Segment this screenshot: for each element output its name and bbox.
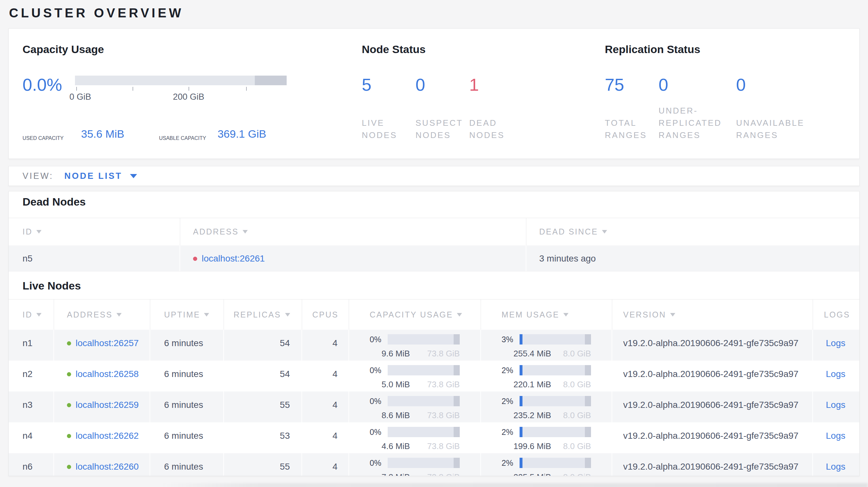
- live-nodes-table: ID ADDRESS UPTIME REPLICAS CPUS CAPACITY…: [9, 299, 859, 476]
- node-capacity-usage-cell: 0% 8.6 MiB73.8 GiB: [349, 391, 481, 422]
- mem-mini-bar: [520, 334, 591, 345]
- node-id: n1: [9, 330, 54, 361]
- live-node-row: n6 localhost:26260 6 minutes 55 4 0% 7.8…: [9, 453, 859, 476]
- view-selector[interactable]: VIEW: NODE LIST: [8, 166, 860, 186]
- capacity-bar-chart: 0 GiB 200 GiB: [75, 75, 287, 102]
- logs-link[interactable]: Logs: [826, 400, 845, 410]
- mem-mini-bar: [520, 365, 591, 376]
- capacity-bar-reserved-segment: [255, 75, 287, 85]
- under-replicated-ranges-stat: 0 UNDER-REPLICATED RANGES: [658, 75, 736, 141]
- live-col-header-version[interactable]: VERSION: [612, 299, 813, 330]
- node-address-link[interactable]: localhost:26258: [75, 369, 139, 379]
- under-replicated-ranges-count: 0: [658, 75, 736, 94]
- node-capacity-usage-cell: 0% 4.6 MiB73.8 GiB: [349, 422, 481, 453]
- live-node-row: n4 localhost:26262 6 minutes 53 4 0% 4.6…: [9, 422, 859, 453]
- node-address-link[interactable]: localhost:26259: [75, 400, 139, 410]
- live-col-header-id[interactable]: ID: [9, 299, 54, 330]
- sort-caret-icon: [563, 313, 568, 317]
- live-status-dot-icon: [67, 434, 71, 438]
- unavailable-ranges-stat: 0 UNAVAILABLE RANGES: [736, 75, 845, 141]
- live-col-header-address[interactable]: ADDRESS: [54, 299, 150, 330]
- node-capacity-usage-cell: 0% 5.0 MiB73.8 GiB: [349, 361, 481, 391]
- capacity-axis-label-200: 200 GiB: [173, 92, 205, 102]
- dead-col-header-id[interactable]: ID: [9, 218, 180, 246]
- unavailable-ranges-label: UNAVAILABLE RANGES: [736, 117, 845, 141]
- usable-capacity-stat: USABLE CAPACITY 369.1 GiB: [159, 128, 266, 141]
- cluster-overview-page: CLUSTER OVERVIEW Capacity Usage 0.0%: [0, 5, 868, 487]
- node-version: v19.2.0-alpha.20190606-2491-gfe735c9a97: [612, 361, 813, 391]
- sort-caret-icon: [243, 230, 248, 233]
- usable-capacity-label: USABLE CAPACITY: [159, 135, 214, 141]
- node-cpus: 4: [302, 422, 349, 453]
- live-node-row: n3 localhost:26259 6 minutes 55 4 0% 8.6…: [9, 391, 859, 422]
- capacity-mini-bar: [388, 334, 460, 345]
- node-cpus: 4: [302, 453, 349, 476]
- sort-caret-icon: [670, 313, 675, 317]
- node-replicas: 54: [224, 361, 302, 391]
- node-mem-usage-cell: 2% 225.5 MiB8.0 GiB: [481, 453, 612, 476]
- live-nodes-section-title: Live Nodes: [9, 279, 859, 292]
- used-capacity-label: USED CAPACITY: [23, 135, 78, 141]
- live-col-header-replicas[interactable]: REPLICAS: [224, 299, 302, 330]
- capacity-percent: 0.0%: [23, 75, 61, 94]
- node-replicas: 54: [224, 330, 302, 361]
- node-cpus: 4: [302, 391, 349, 422]
- live-col-header-capacity-usage[interactable]: CAPACITY USAGE: [349, 299, 481, 330]
- node-mem-usage-cell: 3% 255.4 MiB8.0 GiB: [481, 330, 612, 361]
- capacity-usage-panel: Capacity Usage 0.0% 0 GiB: [23, 43, 362, 141]
- live-status-dot-icon: [67, 341, 71, 346]
- suspect-nodes-stat: 0 SUSPECT NODES: [416, 75, 469, 141]
- summary-card: Capacity Usage 0.0% 0 GiB: [8, 28, 860, 159]
- used-capacity-stat: USED CAPACITY 35.6 MiB: [23, 128, 124, 141]
- node-version: v19.2.0-alpha.20190606-2491-gfe735c9a97: [612, 422, 813, 453]
- node-capacity-usage-cell: 0% 9.6 MiB73.8 GiB: [349, 330, 481, 361]
- node-address-link[interactable]: localhost:26260: [75, 462, 139, 472]
- node-id: n2: [9, 361, 54, 391]
- capacity-usage-title: Capacity Usage: [23, 43, 362, 56]
- node-address-link[interactable]: localhost:26257: [75, 338, 139, 348]
- node-address-link[interactable]: localhost:26262: [75, 431, 139, 441]
- replication-status-title: Replication Status: [605, 43, 845, 56]
- dead-col-header-dead-since[interactable]: DEAD SINCE: [526, 218, 859, 246]
- sort-caret-icon: [285, 313, 290, 317]
- replication-status-panel: Replication Status 75 TOTAL RANGES 0 UND…: [605, 43, 845, 141]
- live-col-header-logs: LOGS: [813, 299, 859, 330]
- live-status-dot-icon: [67, 403, 71, 407]
- used-capacity-value: 35.6 MiB: [81, 128, 124, 140]
- mem-mini-bar: [520, 458, 591, 468]
- dead-node-id: n5: [9, 246, 180, 271]
- capacity-bar: [75, 75, 287, 85]
- dead-nodes-table: ID ADDRESS DEAD SINCE n5 localhost:26261…: [9, 218, 859, 271]
- node-version: v19.2.0-alpha.20190606-2491-gfe735c9a97: [612, 330, 813, 361]
- logs-link[interactable]: Logs: [826, 462, 845, 472]
- logs-link[interactable]: Logs: [826, 338, 845, 348]
- nodes-content-card: Dead Nodes ID ADDRESS DEAD SINCE n5 loca…: [8, 191, 860, 476]
- capacity-mini-bar: [388, 396, 460, 406]
- mem-mini-bar: [520, 427, 591, 437]
- live-col-header-mem-usage[interactable]: MEM USAGE: [481, 299, 612, 330]
- view-selected-option[interactable]: NODE LIST: [64, 171, 122, 181]
- dead-col-header-address[interactable]: ADDRESS: [180, 218, 526, 246]
- bottom-shadow: [161, 483, 868, 487]
- dead-nodes-stat: 1 DEAD NODES: [469, 75, 523, 141]
- logs-link[interactable]: Logs: [826, 431, 845, 441]
- capacity-mini-bar: [388, 365, 460, 376]
- live-col-header-uptime[interactable]: UPTIME: [150, 299, 224, 330]
- node-mem-usage-cell: 2% 235.2 MiB8.0 GiB: [481, 391, 612, 422]
- logs-link[interactable]: Logs: [826, 369, 845, 379]
- chevron-down-icon: [130, 174, 137, 178]
- node-version: v19.2.0-alpha.20190606-2491-gfe735c9a97: [612, 453, 813, 476]
- node-address-link[interactable]: localhost:26261: [202, 254, 265, 263]
- dead-node-row: n5 localhost:26261 3 minutes ago: [9, 246, 859, 271]
- node-version: v19.2.0-alpha.20190606-2491-gfe735c9a97: [612, 391, 813, 422]
- sort-caret-icon: [457, 313, 462, 317]
- live-nodes-count: 5: [362, 75, 416, 94]
- total-ranges-count: 75: [605, 75, 658, 94]
- suspect-nodes-label: SUSPECT NODES: [416, 117, 469, 141]
- node-id: n6: [9, 453, 54, 476]
- live-nodes-stat: 5 LIVE NODES: [362, 75, 416, 141]
- sort-caret-icon: [36, 313, 41, 317]
- live-status-dot-icon: [67, 465, 71, 469]
- capacity-mini-bar: [388, 458, 460, 468]
- node-cpus: 4: [302, 361, 349, 391]
